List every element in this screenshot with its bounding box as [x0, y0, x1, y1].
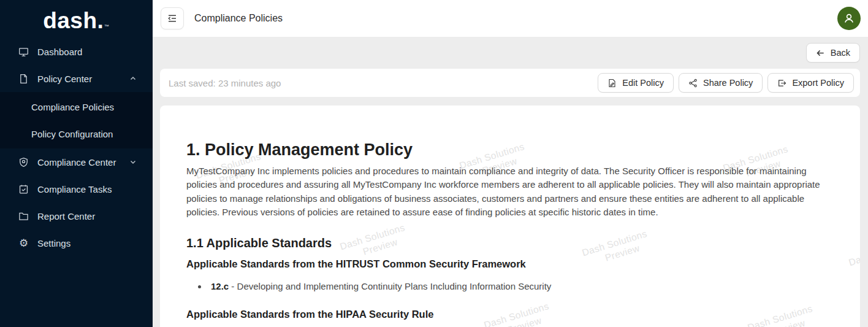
edit-policy-label: Edit Policy	[622, 78, 664, 88]
export-policy-button[interactable]: Export Policy	[767, 73, 854, 93]
logo: dash.™	[0, 0, 153, 38]
hitrust-heading: Applicable Standards from the HITRUST Co…	[186, 258, 824, 270]
gear-icon: ⚙	[18, 238, 29, 248]
app-root: dash.™ Dashboard Policy Center Complianc…	[0, 0, 868, 327]
user-avatar[interactable]	[837, 7, 861, 30]
sidebar-item-label: Report Center	[37, 211, 95, 221]
arrow-left-icon	[816, 48, 825, 58]
back-button[interactable]: Back	[806, 43, 860, 63]
sidebar-item-label: Dashboard	[37, 47, 82, 57]
toolbar-actions: Edit Policy Share Policy Export Policy	[598, 73, 854, 93]
sidebar-subitem-label: Compliance Policies	[31, 102, 114, 112]
policy-document: 1. Policy Management Policy MyTestCompan…	[186, 140, 824, 327]
shield-icon	[18, 157, 29, 167]
hipaa-heading: Applicable Standards from the HIPAA Secu…	[186, 309, 824, 320]
chevron-up-icon	[129, 75, 137, 82]
list-item: 12.c - Developing and Implementing Conti…	[208, 280, 824, 293]
main-area: Compliance Policies Back Last saved: 23 …	[153, 0, 868, 327]
sidebar: dash.™ Dashboard Policy Center Complianc…	[0, 0, 153, 327]
file-icon	[18, 74, 29, 84]
policy-intro-paragraph: MyTestCompany Inc implements policies an…	[186, 164, 824, 220]
hitrust-standards-list: 12.c - Developing and Implementing Conti…	[186, 280, 824, 293]
standard-text: Developing and Implementing Continuity P…	[237, 281, 552, 291]
sidebar-item-compliance-tasks[interactable]: Compliance Tasks	[0, 175, 153, 202]
policy-toolbar: Last saved: 23 minutes ago Edit Policy S…	[160, 69, 860, 97]
sidebar-item-policy-configuration[interactable]: Policy Configuration	[0, 120, 153, 147]
file-edit-icon	[607, 79, 617, 88]
sidebar-item-compliance-policies[interactable]: Compliance Policies	[0, 93, 153, 120]
user-icon	[842, 11, 856, 26]
section-heading: 1.1 Applicable Standards	[186, 236, 824, 250]
sidebar-item-report-center[interactable]: Report Center	[0, 202, 153, 229]
sidebar-item-label: Compliance Center	[37, 157, 116, 167]
back-button-label: Back	[831, 48, 850, 58]
edit-policy-button[interactable]: Edit Policy	[598, 73, 674, 93]
sidebar-item-label: Compliance Tasks	[37, 184, 112, 194]
policy-title: 1. Policy Management Policy	[186, 140, 824, 161]
monitor-icon	[18, 47, 29, 57]
share-policy-button[interactable]: Share Policy	[679, 73, 763, 93]
calendar-check-icon	[18, 184, 29, 194]
sidebar-collapse-button[interactable]	[161, 7, 184, 29]
standard-separator: -	[229, 281, 237, 291]
last-saved-text: Last saved: 23 minutes ago	[169, 78, 281, 88]
folder-icon	[18, 211, 29, 221]
sidebar-subitem-label: Policy Configuration	[31, 129, 113, 139]
back-row: Back	[153, 37, 868, 63]
sidebar-item-label: Settings	[37, 238, 70, 248]
policy-document-card: Dash SolutionsPreviewDash SolutionsPrevi…	[160, 106, 860, 327]
sidebar-item-label: Policy Center	[37, 74, 92, 84]
chevron-down-icon	[129, 158, 137, 166]
export-icon	[777, 79, 786, 88]
page-title: Compliance Policies	[194, 13, 283, 24]
sidebar-item-settings[interactable]: ⚙ Settings	[0, 229, 153, 256]
top-header: Compliance Policies	[153, 0, 868, 37]
trademark-symbol: ™	[104, 24, 110, 29]
watermark: Dash SolutionsPreview	[847, 235, 860, 280]
policy-center-submenu: Compliance Policies Policy Configuration	[0, 92, 153, 148]
share-icon	[688, 79, 698, 88]
export-policy-label: Export Policy	[792, 78, 844, 88]
sidebar-item-dashboard[interactable]: Dashboard	[0, 38, 153, 65]
menu-fold-icon	[167, 13, 178, 24]
sidebar-item-compliance-center[interactable]: Compliance Center	[0, 148, 153, 175]
share-policy-label: Share Policy	[703, 78, 753, 88]
standard-code: 12.c	[211, 281, 229, 291]
logo-text: dash.™	[43, 9, 110, 32]
sidebar-item-policy-center[interactable]: Policy Center	[0, 65, 153, 92]
